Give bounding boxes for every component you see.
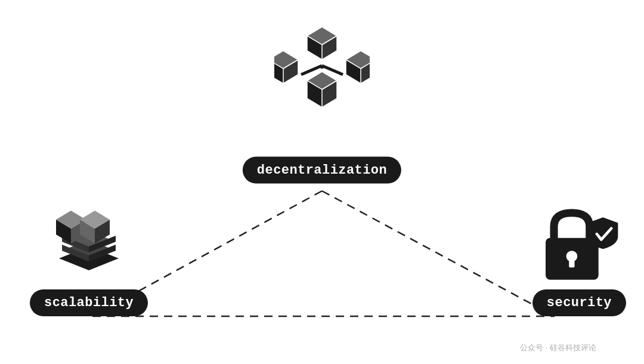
line-top-right xyxy=(322,191,555,316)
svg-rect-30 xyxy=(569,256,575,267)
scalability-section: scalability xyxy=(30,211,148,316)
main-container: decentralization scalability xyxy=(0,0,644,364)
security-icon-svg xyxy=(537,205,621,282)
security-label: security xyxy=(532,289,626,316)
blockchain-icon xyxy=(274,24,370,119)
security-section: security xyxy=(532,205,626,316)
decentralization-section: decentralization xyxy=(243,157,401,184)
watermark: 公众号 · 硅谷科技评论 xyxy=(520,343,596,353)
decentralization-label: decentralization xyxy=(243,157,401,184)
scalability-icon xyxy=(53,211,125,282)
scalability-label: scalability xyxy=(30,289,148,316)
